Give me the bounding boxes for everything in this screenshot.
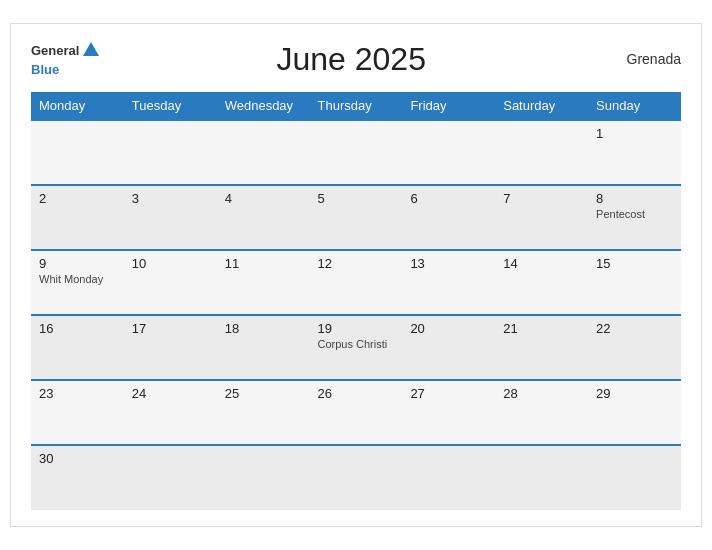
weekday-header-tuesday: Tuesday xyxy=(124,92,217,120)
day-number: 10 xyxy=(132,256,209,271)
day-cell: 27 xyxy=(402,380,495,445)
day-number: 12 xyxy=(318,256,395,271)
day-number: 23 xyxy=(39,386,116,401)
day-cell: 10 xyxy=(124,250,217,315)
day-number: 20 xyxy=(410,321,487,336)
day-number: 11 xyxy=(225,256,302,271)
day-number: 14 xyxy=(503,256,580,271)
day-number: 4 xyxy=(225,191,302,206)
day-cell: 26 xyxy=(310,380,403,445)
logo-icon xyxy=(81,40,101,60)
calendar-container: General Blue June 2025 Grenada MondayTue… xyxy=(10,23,702,527)
day-cell xyxy=(310,445,403,510)
day-number: 7 xyxy=(503,191,580,206)
logo-general: General xyxy=(31,44,79,57)
day-cell: 16 xyxy=(31,315,124,380)
day-cell: 9Whit Monday xyxy=(31,250,124,315)
day-number: 19 xyxy=(318,321,395,336)
day-cell: 11 xyxy=(217,250,310,315)
day-cell: 5 xyxy=(310,185,403,250)
weekday-header-row: MondayTuesdayWednesdayThursdayFridaySatu… xyxy=(31,92,681,120)
weekday-header-sunday: Sunday xyxy=(588,92,681,120)
week-row-3: 16171819Corpus Christi202122 xyxy=(31,315,681,380)
day-cell: 7 xyxy=(495,185,588,250)
calendar-grid: MondayTuesdayWednesdayThursdayFridaySatu… xyxy=(31,92,681,510)
day-cell: 25 xyxy=(217,380,310,445)
weekday-header-thursday: Thursday xyxy=(310,92,403,120)
day-event: Corpus Christi xyxy=(318,338,395,350)
day-number: 22 xyxy=(596,321,673,336)
day-number: 15 xyxy=(596,256,673,271)
day-event: Whit Monday xyxy=(39,273,116,285)
day-number: 18 xyxy=(225,321,302,336)
day-number: 24 xyxy=(132,386,209,401)
day-cell: 14 xyxy=(495,250,588,315)
day-number: 16 xyxy=(39,321,116,336)
day-cell: 4 xyxy=(217,185,310,250)
day-cell: 18 xyxy=(217,315,310,380)
day-number: 26 xyxy=(318,386,395,401)
day-event: Pentecost xyxy=(596,208,673,220)
day-cell: 24 xyxy=(124,380,217,445)
day-cell xyxy=(31,120,124,185)
week-row-2: 9Whit Monday101112131415 xyxy=(31,250,681,315)
day-number: 30 xyxy=(39,451,116,466)
weekday-header-friday: Friday xyxy=(402,92,495,120)
week-row-1: 2345678Pentecost xyxy=(31,185,681,250)
day-cell: 1 xyxy=(588,120,681,185)
day-number: 9 xyxy=(39,256,116,271)
day-number: 17 xyxy=(132,321,209,336)
day-number: 21 xyxy=(503,321,580,336)
weekday-header-wednesday: Wednesday xyxy=(217,92,310,120)
day-cell xyxy=(402,120,495,185)
day-number: 6 xyxy=(410,191,487,206)
day-cell: 8Pentecost xyxy=(588,185,681,250)
day-cell xyxy=(217,445,310,510)
day-cell: 6 xyxy=(402,185,495,250)
day-cell: 15 xyxy=(588,250,681,315)
calendar-header: General Blue June 2025 Grenada xyxy=(31,40,681,78)
day-cell: 22 xyxy=(588,315,681,380)
day-number: 29 xyxy=(596,386,673,401)
day-cell xyxy=(588,445,681,510)
day-cell: 17 xyxy=(124,315,217,380)
day-number: 2 xyxy=(39,191,116,206)
day-cell xyxy=(217,120,310,185)
day-cell xyxy=(124,120,217,185)
weekday-header-monday: Monday xyxy=(31,92,124,120)
day-cell: 28 xyxy=(495,380,588,445)
day-number: 3 xyxy=(132,191,209,206)
logo: General Blue xyxy=(31,40,101,78)
country-name: Grenada xyxy=(601,51,681,67)
day-cell: 2 xyxy=(31,185,124,250)
day-cell: 29 xyxy=(588,380,681,445)
day-cell xyxy=(124,445,217,510)
calendar-title: June 2025 xyxy=(101,41,601,78)
day-number: 25 xyxy=(225,386,302,401)
day-cell: 13 xyxy=(402,250,495,315)
day-cell: 12 xyxy=(310,250,403,315)
day-number: 28 xyxy=(503,386,580,401)
day-number: 27 xyxy=(410,386,487,401)
weekday-header-saturday: Saturday xyxy=(495,92,588,120)
day-number: 13 xyxy=(410,256,487,271)
svg-marker-0 xyxy=(83,42,99,56)
day-cell: 23 xyxy=(31,380,124,445)
day-cell: 21 xyxy=(495,315,588,380)
day-cell xyxy=(495,445,588,510)
day-number: 1 xyxy=(596,126,673,141)
day-cell xyxy=(402,445,495,510)
logo-blue: Blue xyxy=(31,62,59,77)
day-cell: 30 xyxy=(31,445,124,510)
day-cell: 20 xyxy=(402,315,495,380)
week-row-5: 30 xyxy=(31,445,681,510)
week-row-4: 23242526272829 xyxy=(31,380,681,445)
day-number: 8 xyxy=(596,191,673,206)
day-cell: 3 xyxy=(124,185,217,250)
week-row-0: 1 xyxy=(31,120,681,185)
day-cell xyxy=(495,120,588,185)
day-cell: 19Corpus Christi xyxy=(310,315,403,380)
day-number: 5 xyxy=(318,191,395,206)
day-cell xyxy=(310,120,403,185)
